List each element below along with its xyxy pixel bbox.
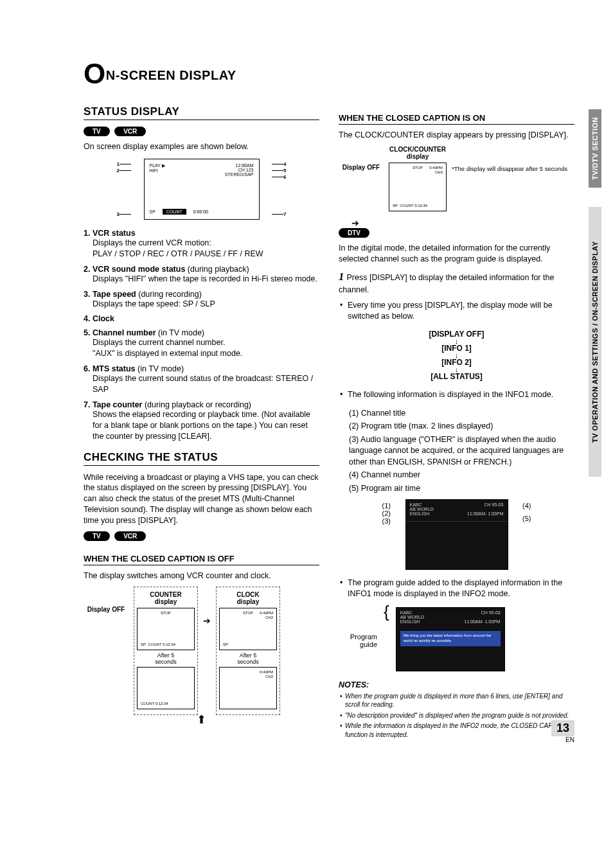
side-tabs: TV/DTV SECTION TV OPERATION AND SETTINGS…: [589, 109, 601, 477]
clock-counter-screen: STOP 0:40PMCH2 SP COUNT 0:12:34: [389, 163, 447, 211]
arrow-right-icon-2: [351, 218, 574, 228]
status-intro: On screen display examples are shown bel…: [84, 141, 319, 152]
info2-row: Program guide { KABCCH 95-03 AB WORLD EN…: [339, 607, 574, 671]
brace-icon: {: [384, 607, 389, 617]
pill-vcr: VCR: [114, 127, 146, 136]
clock-screen-2: 0:40PMCH2: [219, 667, 277, 709]
status-items-list: 1. VCR statusDisplays the current VCR mo…: [84, 229, 319, 442]
clock-screen: STOP 0:40PMCH2 SP: [219, 608, 277, 650]
counter-screen-2: COUNT 0:12:34: [137, 667, 195, 709]
left-column: STATUS DISPLAY TV VCR On screen display …: [84, 105, 319, 741]
cc-on-flow: Display OFF CLOCK/COUNTER display STOP 0…: [339, 146, 574, 211]
cc-off-intro: The display switches among VCR counter a…: [84, 571, 319, 581]
step-1: 1Press [DISPLAY] to display the detailed…: [339, 270, 574, 296]
page-title: ON-SCREEN DISPLAY: [84, 58, 574, 90]
arrow-up-icon: [84, 713, 319, 727]
notes-title: NOTES:: [339, 680, 574, 689]
dtv-intro: In the digital mode, the detailed inform…: [339, 243, 574, 265]
osd-box: PLAY ▶ HIFI 12:00AM CH 123 STEREO/SAP SP…: [144, 159, 260, 220]
info2-intro: The program guide added to the displayed…: [348, 578, 574, 599]
page-number: 13 EN: [551, 720, 574, 743]
pill-tv-2: TV: [84, 531, 110, 541]
side-tab-chapter: TV OPERATION AND SETTINGS / ON-SCREEN DI…: [589, 207, 601, 477]
pill-tv: TV: [84, 127, 110, 136]
pill-dtv: DTV: [339, 228, 369, 238]
right-column: WHEN THE CLOSED CAPTION IS ON The CLOCK/…: [339, 105, 574, 741]
status-display-heading: STATUS DISPLAY: [84, 105, 319, 120]
cc-off-title: WHEN THE CLOSED CAPTION IS OFF: [84, 554, 319, 565]
pill-vcr-2: VCR: [114, 531, 146, 541]
info1-list: (1) Channel title (2) Program title (max…: [339, 408, 574, 495]
info1-screen: KABCCH 95-03 AB WORLD ENGLISH11:00AM- 1:…: [405, 499, 508, 570]
mode-pills: TV VCR: [84, 127, 319, 141]
arrow-right-icon: [203, 587, 211, 629]
cc-on-title: WHEN THE CLOSED CAPTION IS ON: [339, 113, 574, 125]
side-tab-section: TV/DTV SECTION: [589, 109, 601, 188]
info2-screen: KABCCH 95-03 AB WORLD ENGLISH11:00AM- 1:…: [396, 607, 505, 671]
checking-intro: While receiving a broadcast or playing a…: [84, 472, 319, 526]
osd-example-diagram: 1 2 3 4 5 6 7 PLAY ▶ HIFI 12:00AM CH: [118, 159, 285, 220]
info1-intro: The following information is displayed i…: [348, 389, 574, 400]
notes-list: When the program guide is displayed in m…: [339, 692, 574, 740]
display-cycle: [DISPLAY OFF]↓ [INFO 1]↓ [INFO 2]↓ [ALL …: [339, 330, 574, 382]
mode-pills-2: TV VCR: [84, 531, 319, 546]
checking-heading: CHECKING THE STATUS: [84, 451, 319, 466]
info1-screen-wrapper: (1) (2) (3) (4) (5) KABCCH 95-03 AB WORL…: [386, 499, 528, 570]
counter-screen: STOP SP COUNT 0:12:34: [137, 608, 195, 650]
cc-on-intro: The CLOCK/COUNTER display appears by pre…: [339, 130, 574, 141]
disappear-note: *The display will disappear after 5 seco…: [452, 146, 567, 173]
cc-off-flow: Display OFF COUNTER display STOP SP COUN…: [84, 587, 319, 715]
step-1-bullet: Every time you press [DISPLAY], the disp…: [348, 300, 574, 322]
